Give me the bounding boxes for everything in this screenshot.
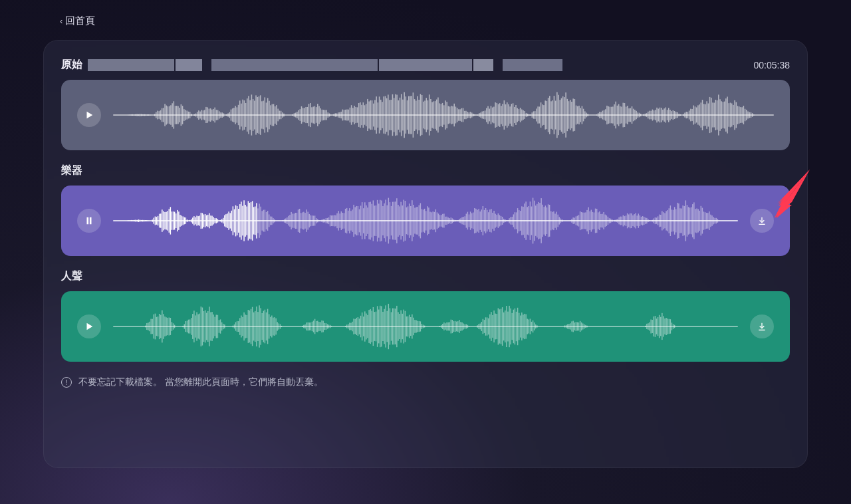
download-button-instruments[interactable] (750, 209, 774, 233)
svg-rect-1230 (568, 324, 569, 329)
svg-rect-1076 (354, 319, 355, 334)
svg-rect-1158 (469, 326, 469, 327)
svg-rect-498 (178, 211, 179, 230)
svg-rect-333 (602, 111, 604, 120)
waveform-lane-vocals[interactable] (61, 291, 790, 362)
svg-rect-864 (687, 205, 687, 237)
waveform-lane-original[interactable] (61, 80, 790, 150)
svg-rect-844 (659, 215, 660, 227)
pause-button-instruments[interactable] (77, 209, 101, 233)
svg-rect-583 (297, 213, 297, 229)
svg-rect-20 (142, 114, 144, 116)
svg-rect-560 (265, 209, 265, 231)
svg-rect-590 (306, 209, 306, 232)
svg-rect-350 (627, 106, 628, 124)
svg-rect-504 (187, 219, 187, 222)
svg-rect-415 (723, 102, 724, 128)
svg-rect-1173 (489, 315, 490, 339)
svg-rect-576 (287, 217, 287, 224)
svg-rect-426 (739, 106, 740, 124)
svg-rect-562 (267, 211, 268, 231)
svg-rect-348 (624, 103, 626, 127)
svg-rect-995 (242, 317, 243, 336)
svg-rect-988 (233, 326, 233, 328)
svg-rect-1300 (666, 318, 666, 335)
svg-rect-103 (265, 97, 266, 132)
svg-rect-153 (338, 112, 339, 118)
svg-rect-282 (527, 114, 529, 116)
svg-rect-537 (233, 206, 233, 235)
svg-rect-242 (469, 112, 470, 118)
svg-rect-627 (358, 206, 358, 235)
svg-rect-393 (690, 109, 691, 122)
svg-rect-1011 (265, 310, 265, 344)
svg-rect-1240 (582, 324, 583, 330)
svg-rect-1016 (271, 316, 272, 338)
svg-rect-868 (692, 204, 693, 237)
svg-rect-502 (184, 217, 185, 225)
svg-rect-1041 (306, 322, 306, 330)
svg-rect-807 (608, 217, 608, 225)
svg-rect-1006 (257, 312, 258, 341)
svg-rect-183 (382, 102, 383, 128)
svg-rect-137 (314, 106, 316, 124)
play-button-vocals[interactable] (77, 315, 101, 338)
svg-rect-589 (304, 213, 305, 229)
svg-rect-660 (404, 199, 404, 241)
svg-rect-989 (234, 324, 235, 328)
svg-rect-485 (160, 213, 161, 227)
svg-rect-285 (532, 112, 533, 118)
download-button-vocals[interactable] (750, 315, 774, 338)
svg-rect-1013 (267, 309, 268, 344)
svg-rect-635 (368, 202, 369, 239)
waveform-vocals[interactable] (113, 300, 738, 353)
svg-rect-1238 (580, 321, 580, 332)
waveform-original[interactable] (113, 88, 774, 142)
svg-rect-804 (603, 212, 604, 229)
svg-rect-695 (452, 218, 453, 223)
svg-rect-112 (277, 109, 279, 122)
svg-rect-278 (521, 110, 523, 121)
svg-rect-258 (492, 108, 493, 123)
play-button-original[interactable] (77, 103, 101, 127)
svg-rect-191 (394, 98, 395, 132)
svg-rect-1297 (662, 313, 662, 340)
svg-rect-1103 (392, 309, 393, 345)
svg-rect-820 (626, 215, 626, 226)
svg-rect-211 (423, 102, 424, 128)
svg-rect-381 (673, 110, 674, 120)
svg-rect-1302 (669, 319, 669, 334)
svg-rect-313 (572, 98, 574, 131)
svg-rect-592 (309, 214, 310, 227)
svg-rect-557 (260, 207, 261, 235)
svg-rect-311 (570, 100, 571, 130)
svg-rect-1290 (652, 320, 652, 333)
svg-rect-655 (396, 198, 397, 243)
svg-rect-271 (511, 104, 513, 126)
svg-rect-212 (424, 100, 426, 129)
svg-rect-668 (414, 208, 415, 234)
svg-rect-1286 (646, 324, 647, 329)
svg-rect-359 (640, 114, 642, 116)
waveform-instruments[interactable] (113, 194, 738, 247)
svg-rect-870 (695, 209, 695, 233)
svg-rect-1123 (420, 321, 421, 331)
svg-rect-618 (345, 209, 346, 233)
svg-rect-13 (132, 114, 134, 116)
svg-rect-577 (288, 216, 289, 226)
svg-rect-84 (237, 107, 238, 122)
waveform-lane-instruments[interactable] (61, 186, 790, 256)
svg-rect-662 (406, 207, 407, 234)
svg-rect-932 (155, 314, 156, 340)
svg-rect-430 (745, 109, 746, 122)
svg-rect-42 (175, 106, 176, 124)
svg-rect-129 (303, 108, 304, 122)
track-title-vocals: 人聲 (61, 269, 790, 283)
back-home-link[interactable]: ‹ 回首頁 (60, 15, 95, 27)
svg-rect-88 (242, 100, 243, 131)
svg-rect-707 (469, 215, 469, 227)
svg-rect-1052 (321, 320, 322, 332)
svg-rect-580 (292, 213, 293, 227)
svg-rect-31 (158, 111, 160, 119)
svg-rect-111 (276, 105, 277, 125)
